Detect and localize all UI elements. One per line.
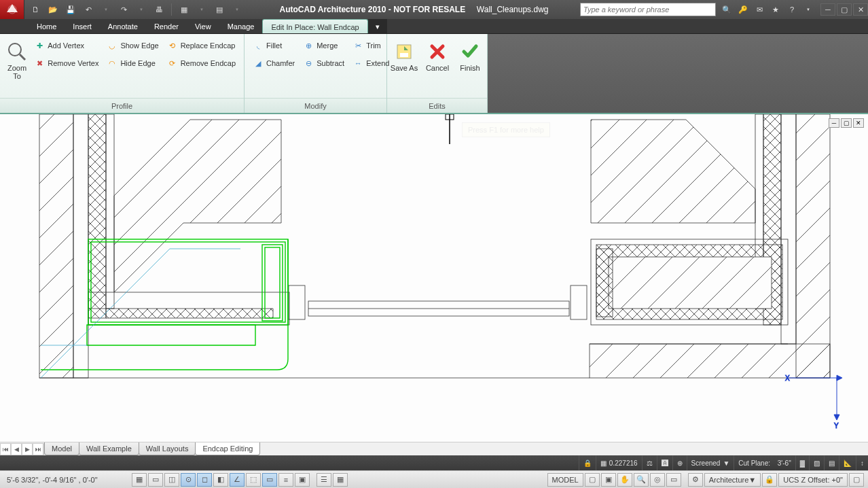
undo-more-icon[interactable]: ▼ (101, 4, 111, 15)
viewport-controls: ─ ▢ ✕ (829, 118, 864, 128)
tab-extras[interactable]: ▾ (368, 19, 387, 33)
snap-toggle[interactable]: ▦ (132, 473, 147, 487)
nav-next[interactable]: ▶ (22, 443, 33, 455)
redo-icon[interactable]: ↷ (118, 4, 129, 15)
tab-home[interactable]: Home (29, 19, 65, 33)
tab-manage[interactable]: Manage (219, 19, 263, 33)
layout-tab-endcap-editing[interactable]: Endcap Editing (195, 442, 260, 455)
layer-icon[interactable]: ▤ (214, 4, 225, 15)
quickview-drawings[interactable]: ▣ (601, 473, 616, 487)
sc-toggle[interactable]: ☰ (317, 473, 331, 487)
key-icon[interactable]: 🔑 (738, 4, 748, 15)
annoscale-icon[interactable]: ⚖ (642, 455, 657, 470)
scale-readout[interactable]: ▦ 0.227216 (596, 455, 642, 470)
infocenter-search[interactable] (580, 3, 716, 16)
surface-hatch-icon[interactable]: ▨ (809, 455, 824, 470)
help-more-icon[interactable]: ▼ (803, 4, 814, 15)
dyn-toggle[interactable]: ▭ (262, 473, 277, 487)
search-icon[interactable]: 🔍 (721, 4, 732, 15)
fillet-button[interactable]: ◟Fillet (250, 38, 297, 53)
match-icon[interactable]: ▦ (179, 4, 189, 15)
vp-maximize[interactable]: ▢ (841, 118, 852, 128)
showmotion-icon[interactable]: ▭ (666, 473, 681, 487)
3dosnap-toggle[interactable]: ◧ (213, 473, 228, 487)
grid-toggle[interactable]: ▭ (148, 473, 163, 487)
workspace-switcher[interactable]: Architecture ▼ (704, 473, 761, 487)
remove-vertex-button[interactable]: ✖Remove Vertex (31, 56, 101, 71)
steering-wheel-icon[interactable]: ◎ (650, 473, 665, 487)
undo-icon[interactable]: ↶ (83, 4, 94, 15)
minimize-button[interactable]: ─ (820, 3, 835, 16)
cut-plane[interactable]: Cut Plane: 3'-6" (734, 455, 795, 470)
replace-endcap-button[interactable]: ⟲Replace Endcap (164, 38, 238, 53)
annovis-icon[interactable]: ⊕ (672, 455, 687, 470)
nav-prev[interactable]: ◀ (11, 443, 22, 455)
remove-endcap-button[interactable]: ⟳Remove Endcap (164, 56, 238, 71)
layer-key-icon[interactable]: ▤ (824, 455, 839, 470)
maximize-button[interactable]: ▢ (837, 3, 852, 16)
annoauto-icon[interactable]: 🅰 (657, 455, 672, 470)
help-icon[interactable]: ? (786, 4, 797, 15)
tab-view[interactable]: View (187, 19, 219, 33)
tab-edit-in-place[interactable]: Edit In Place: Wall Endcap (262, 19, 367, 33)
tab-annotate[interactable]: Annotate (100, 19, 146, 33)
comm-icon[interactable]: ✉ (754, 4, 765, 15)
otrack-toggle[interactable]: ∠ (230, 473, 245, 487)
polar-toggle[interactable]: ⊙ (181, 473, 196, 487)
cancel-button[interactable]: Cancel (422, 38, 452, 75)
ucs-z-offset[interactable]: UCS Z Offset: +0" (778, 473, 848, 487)
lock-ui-icon[interactable]: 🔒 (762, 473, 777, 487)
trim-button[interactable]: ✂Trim (350, 38, 392, 53)
subtract-button[interactable]: ⊖Subtract (300, 56, 347, 71)
elev-icon[interactable]: ▓ (795, 455, 809, 470)
clean-screen-icon[interactable]: ▢ (849, 473, 864, 487)
add-vertex-button[interactable]: ✚Add Vertex (31, 38, 101, 53)
star-icon[interactable]: ★ (770, 4, 781, 15)
show-edge-button[interactable]: ◡Show Edge (104, 38, 161, 53)
merge-button[interactable]: ⊕Merge (300, 38, 347, 53)
nav-first[interactable]: ⏮ (0, 443, 11, 455)
replace-z-icon[interactable]: ↕ (856, 455, 868, 470)
svg-rect-30 (596, 249, 613, 317)
zoom-to-button[interactable]: Zoom To (5, 38, 29, 83)
tab-insert[interactable]: Insert (65, 19, 100, 33)
vp-minimize[interactable]: ─ (829, 118, 839, 128)
osnap-toggle[interactable]: ◻ (197, 473, 212, 487)
qp-toggle[interactable]: ▣ (295, 473, 310, 487)
layout-tab-wall-layouts[interactable]: Wall Layouts (139, 442, 196, 455)
lwt-toggle[interactable]: ≡ (278, 473, 293, 487)
search-input[interactable] (583, 5, 712, 14)
grid2-toggle[interactable]: ▦ (333, 473, 348, 487)
lock-icon[interactable]: 🔒 (579, 455, 596, 470)
app-menu-button[interactable] (0, 0, 24, 19)
quickview-layouts[interactable]: ▢ (585, 473, 600, 487)
save-as-button[interactable]: Save As (388, 38, 420, 75)
layout-tab-wall-example[interactable]: Wall Example (79, 442, 139, 455)
zoom-icon[interactable]: 🔍 (634, 473, 649, 487)
redo-more-icon[interactable]: ▼ (136, 4, 147, 15)
vp-close[interactable]: ✕ (853, 118, 864, 128)
tab-render[interactable]: Render (146, 19, 187, 33)
hide-edge-button[interactable]: ◠Hide Edge (104, 56, 161, 71)
save-icon[interactable]: 💾 (65, 4, 76, 15)
pan-icon[interactable]: ✋ (617, 473, 632, 487)
workspace-icon[interactable]: ⚙ (688, 473, 703, 487)
extend-button[interactable]: ↔Extend (350, 56, 392, 71)
drawing-viewport[interactable]: X Y Press F1 for more help ─ ▢ ✕ (0, 114, 868, 442)
unit-icon[interactable]: 📐 (839, 455, 856, 470)
match-more-icon[interactable]: ▼ (196, 4, 207, 15)
new-icon[interactable]: 🗋 (30, 4, 41, 15)
layout-tab-model[interactable]: Model (44, 442, 79, 455)
print-icon[interactable]: 🖶 (153, 4, 164, 15)
nav-last[interactable]: ⏭ (33, 443, 43, 455)
chamfer-button[interactable]: ◢Chamfer (250, 56, 297, 71)
visual-style[interactable]: Screened ▼ (687, 455, 734, 470)
finish-button[interactable]: Finish (455, 38, 485, 75)
ducs-toggle[interactable]: ⬚ (246, 473, 261, 487)
open-icon[interactable]: 📂 (48, 4, 58, 15)
layer-more-icon[interactable]: ▼ (232, 4, 242, 15)
quick-access-toolbar: 🗋 📂 💾 ↶ ▼ ↷ ▼ 🖶 ▦ ▼ ▤ ▼ (24, 3, 248, 16)
ortho-toggle[interactable]: ◫ (164, 473, 179, 487)
model-paper-toggle[interactable]: MODEL (547, 473, 583, 487)
close-button[interactable]: ✕ (853, 3, 868, 16)
